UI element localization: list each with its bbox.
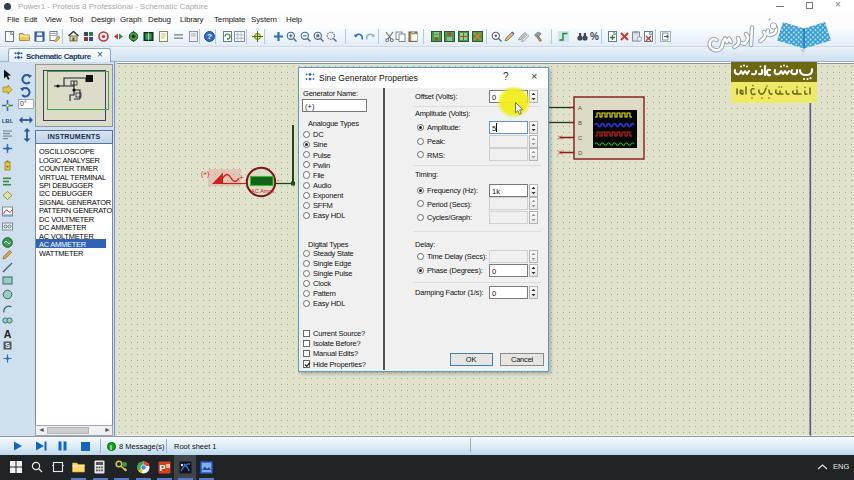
svg-text:D: D bbox=[578, 150, 583, 156]
svg-text:P: P bbox=[159, 463, 165, 473]
svg-text:-: - bbox=[277, 176, 280, 183]
svg-text:B: B bbox=[578, 120, 582, 126]
svg-text:(+): (+) bbox=[201, 170, 209, 178]
svg-text:A: A bbox=[578, 105, 582, 111]
svg-text:AC.Amps: AC.Amps bbox=[251, 188, 274, 194]
svg-text:+: + bbox=[240, 174, 244, 181]
svg-text:C: C bbox=[578, 135, 583, 141]
